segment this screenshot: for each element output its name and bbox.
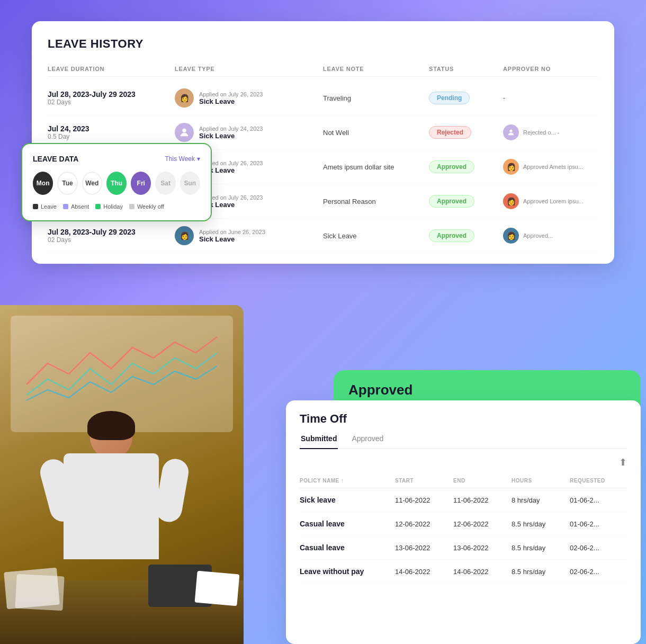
table-row: Sick leave 11-06-2022 11-06-2022 8 hrs/d…	[300, 488, 627, 512]
hours: 8.5 hrs/day	[512, 568, 570, 576]
table-row: Leave without pay 14-06-2022 14-06-2022 …	[300, 560, 627, 584]
leave-note-3: Amets ipsum dollar site	[323, 163, 429, 171]
leave-note-5: Sick Leave	[323, 232, 429, 240]
requested: 02-06-2...	[570, 568, 639, 576]
day-mon: Mon	[33, 172, 53, 195]
approver-avatar: 👩	[503, 193, 519, 209]
status-badge-3: Approved	[429, 160, 503, 173]
leave-note-4: Personal Reason	[323, 198, 429, 205]
desk-surface	[0, 580, 244, 644]
policy-name: Casual leave	[300, 543, 395, 552]
approved-label: Approved	[348, 382, 626, 398]
policy-name: Leave without pay	[300, 567, 395, 576]
hours: 8.5 hrs/day	[512, 520, 570, 528]
time-off-title: Time Off	[300, 412, 627, 426]
hours: 8 hrs/day	[512, 496, 570, 504]
leave-history-panel: LEAVE HISTORY LEAVE DURATION LEAVE TYPE …	[32, 21, 614, 264]
legend-absent: Absent	[63, 203, 89, 210]
day-tue: Tue	[57, 172, 77, 195]
day-sat: Sat	[155, 172, 175, 195]
legend-leave: Leave	[33, 203, 57, 210]
leave-data-popup: LEAVE DATA This Week ▾ Mon Tue Wed Thu F…	[21, 143, 212, 221]
this-week-button[interactable]: This Week ▾	[165, 155, 200, 163]
approver-4: 👩 Approved Lorem ipsu...	[503, 193, 614, 209]
avatar	[175, 123, 194, 142]
legend: Leave Absent Holiday Weekly off	[33, 203, 200, 210]
end-date: 14-06-2022	[453, 568, 512, 576]
table-row: Jul 28, 2023-July 29 2023 02 Days 👩 Appl…	[48, 219, 598, 253]
leave-data-title: LEAVE DATA	[33, 155, 78, 163]
avatar: 👩	[175, 88, 194, 108]
legend-weekly-off: Weekly off	[129, 203, 164, 210]
status-badge-5: Approved	[429, 229, 503, 242]
col-leave-note: LEAVE NOTE	[323, 66, 429, 72]
leave-note-1: Traveling	[323, 94, 429, 102]
leave-type-1: 👩 Applied on July 26, 2023 Sick Leave	[175, 88, 323, 108]
hours: 8.5 hrs/day	[512, 544, 570, 552]
tab-approved[interactable]: Approved	[351, 431, 384, 448]
legend-dot-leave	[33, 204, 38, 209]
col-leave-type: LEAVE TYPE	[175, 66, 323, 72]
approver-avatar: 👩	[503, 159, 519, 175]
col-status: STATUS	[429, 66, 503, 72]
legend-dot-weekly-off	[129, 204, 134, 209]
approver-avatar: 👩	[503, 228, 519, 244]
requested: 01-06-2...	[570, 496, 639, 504]
time-off-table-header: POLICY NAME ↑ START END HOURS REQUESTED	[300, 473, 627, 488]
approver-5: 👩 Approved...	[503, 228, 614, 244]
svg-point-0	[182, 129, 186, 132]
svg-point-1	[509, 130, 512, 132]
leave-type-2: Applied on July 24, 2023 Sick Leave	[175, 123, 323, 142]
requested: 02-06-2...	[570, 544, 639, 552]
policy-name: Sick leave	[300, 496, 395, 504]
approver-2: Rejected o... -	[503, 124, 614, 140]
start-date: 11-06-2022	[395, 496, 453, 504]
start-date: 14-06-2022	[395, 568, 453, 576]
start-date: 12-06-2022	[395, 520, 453, 528]
day-sun: Sun	[180, 172, 200, 195]
avatar: 👩	[175, 226, 194, 245]
end-date: 12-06-2022	[453, 520, 512, 528]
col-start: START	[395, 478, 453, 484]
col-leave-duration: LEAVE DURATION	[48, 66, 175, 72]
col-end: END	[453, 478, 512, 484]
end-date: 11-06-2022	[453, 496, 512, 504]
approver-1: -	[503, 94, 614, 102]
start-date: 13-06-2022	[395, 544, 453, 552]
leave-type-5: 👩 Applied on June 26, 2023 Sick Leave	[175, 226, 323, 245]
requested: 01-06-2...	[570, 520, 639, 528]
legend-holiday: Holiday	[95, 203, 123, 210]
leave-duration-2: Jul 24, 2023 0.5 Day	[48, 124, 175, 140]
time-off-tabs: Submitted Approved	[300, 431, 627, 449]
legend-dot-absent	[63, 204, 68, 209]
table-row: Casual leave 12-06-2022 12-06-2022 8.5 h…	[300, 512, 627, 536]
day-wed: Wed	[82, 172, 102, 195]
approver-avatar	[503, 124, 519, 140]
week-days: Mon Tue Wed Thu Fri Sat Sun	[33, 172, 200, 195]
tab-submitted[interactable]: Submitted	[300, 431, 338, 449]
day-fri: Fri	[131, 172, 151, 195]
leave-note-2: Not Well	[323, 129, 429, 137]
leave-history-title: LEAVE HISTORY	[48, 37, 598, 51]
leave-duration-5: Jul 28, 2023-July 29 2023 02 Days	[48, 228, 175, 244]
col-approver: APPROVER NO	[503, 66, 614, 72]
table-row: Casual leave 13-06-2022 13-06-2022 8.5 h…	[300, 536, 627, 560]
day-thu: Thu	[106, 172, 127, 195]
leave-duration-1: Jul 28, 2023-July 29 2023 02 Days	[48, 90, 175, 106]
approver-3: 👩 Approved Amets ipsu...	[503, 159, 614, 175]
photo-section	[0, 305, 244, 644]
status-badge-4: Approved	[429, 195, 503, 208]
col-hours: HOURS	[512, 478, 570, 484]
upload-icon[interactable]: ⬆	[619, 457, 627, 468]
time-off-panel: Time Off Submitted Approved ⬆ POLICY NAM…	[286, 400, 641, 644]
legend-dot-holiday	[95, 204, 101, 209]
table-row: Jul 28, 2023-July 29 2023 02 Days 👩 Appl…	[48, 81, 598, 115]
upload-area: ⬆	[300, 457, 627, 468]
status-badge-1: Pending	[429, 92, 503, 104]
end-date: 13-06-2022	[453, 544, 512, 552]
col-policy-name: POLICY NAME ↑	[300, 478, 395, 484]
col-requested: REQUESTED	[570, 478, 639, 484]
leave-history-table-header: LEAVE DURATION LEAVE TYPE LEAVE NOTE STA…	[48, 61, 598, 77]
status-badge-2: Rejected	[429, 126, 503, 139]
policy-name: Casual leave	[300, 520, 395, 528]
